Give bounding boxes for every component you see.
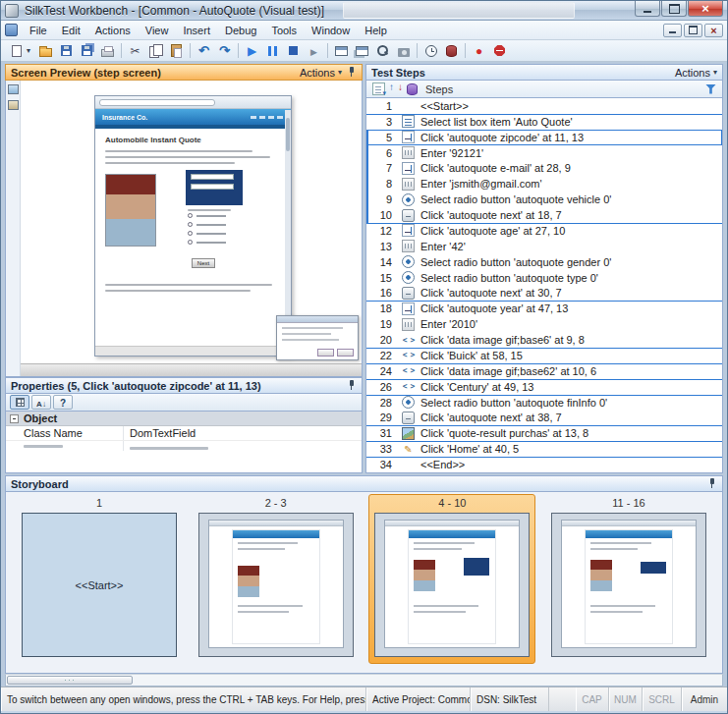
- menu-window[interactable]: Window: [305, 23, 357, 38]
- compare-icon[interactable]: [389, 82, 403, 95]
- test-step-row[interactable]: 28Select radio button 'autoquote finInfo…: [366, 395, 722, 411]
- paste-button[interactable]: [166, 41, 187, 61]
- storyboard-frame-4-10[interactable]: 4 - 10: [368, 494, 535, 664]
- storyboard-frame-11-16[interactable]: 11 - 16: [545, 494, 712, 664]
- screen-preview-body[interactable]: Insurance Co. Automobile Instant Quote: [5, 81, 363, 377]
- test-step-row[interactable]: 3Select list box item 'Auto Quote': [366, 114, 722, 130]
- step-order-icon[interactable]: [372, 82, 385, 95]
- test-step-row[interactable]: 33Click 'Home' at 40, 5: [366, 441, 722, 457]
- test-step-row[interactable]: 13Enter '42': [366, 239, 722, 254]
- mdi-close-button[interactable]: [704, 24, 723, 37]
- stop-button[interactable]: [283, 41, 304, 61]
- property-row[interactable]: Class Name DomTextField: [6, 426, 362, 441]
- storyboard-header[interactable]: Storyboard: [5, 475, 723, 492]
- menu-help[interactable]: Help: [358, 23, 394, 38]
- test-steps-actions-dropdown[interactable]: Actions: [675, 67, 717, 79]
- open-button[interactable]: [35, 41, 56, 61]
- document-icon[interactable]: [5, 24, 18, 36]
- menu-actions[interactable]: Actions: [88, 23, 138, 38]
- test-step-row[interactable]: 22Click 'Buick' at 58, 15: [366, 348, 722, 363]
- storyboard-frame-1[interactable]: 1 <<Start>>: [16, 494, 183, 664]
- monitor-icon[interactable]: [8, 84, 19, 94]
- test-step-row[interactable]: 6Enter '92121': [366, 145, 722, 161]
- save-all-button[interactable]: [77, 41, 97, 61]
- storyboard-frame-2-3[interactable]: 2 - 3: [193, 494, 360, 664]
- undo-button[interactable]: [194, 41, 214, 61]
- alphabetical-sort-button[interactable]: [31, 395, 51, 410]
- test-step-row[interactable]: 24Click 'data image gif;base62' at 10, 6: [366, 363, 722, 379]
- maximize-button[interactable]: [661, 1, 687, 17]
- cut-button[interactable]: [125, 41, 145, 61]
- record-button[interactable]: [469, 41, 489, 61]
- copy-button[interactable]: [145, 41, 166, 61]
- screen-preview-header[interactable]: Screen Preview (step screen) Actions: [5, 64, 363, 81]
- database-button[interactable]: [441, 41, 462, 61]
- mdi-restore-button[interactable]: [684, 24, 702, 37]
- active-project-indicator: Active Project: Common: [366, 687, 471, 711]
- menu-tools[interactable]: Tools: [264, 23, 304, 38]
- title-bar[interactable]: SilkTest Workbench - [Common - AutoQuote…: [1, 1, 727, 21]
- menu-edit[interactable]: Edit: [55, 23, 87, 38]
- property-help-button[interactable]: [53, 395, 73, 410]
- test-step-row[interactable]: 9Select radio button 'autoquote vehicle …: [366, 192, 722, 207]
- test-step-row[interactable]: 26Click 'Century' at 49, 13: [366, 379, 722, 395]
- test-steps-header[interactable]: Test Steps Actions: [365, 64, 723, 81]
- zoom-button[interactable]: [372, 41, 393, 61]
- test-step-row[interactable]: 20Click 'data image gif;base6' at 9, 8: [366, 332, 722, 348]
- capture-tag-icon[interactable]: [8, 100, 19, 110]
- scrollbar-thumb[interactable]: [7, 676, 133, 685]
- pin-icon[interactable]: [347, 380, 357, 391]
- save-button[interactable]: [56, 41, 77, 61]
- step-text: Enter '2010': [420, 318, 477, 330]
- menu-view[interactable]: View: [139, 23, 176, 38]
- pin-icon[interactable]: [347, 67, 357, 78]
- properties-header[interactable]: Properties (5, Click 'autoquote zipcode'…: [5, 377, 363, 394]
- test-steps-column-header[interactable]: Steps: [365, 81, 723, 98]
- test-step-row[interactable]: 8Enter 'jsmith@gmail.com': [366, 176, 722, 192]
- new-dropdown-caret[interactable]: [27, 41, 35, 61]
- window-capture-button[interactable]: [331, 41, 352, 61]
- test-step-row[interactable]: 12Click 'autoquote age' at 27, 10: [366, 223, 722, 239]
- redo-button[interactable]: [214, 41, 235, 61]
- playback-button[interactable]: [242, 41, 262, 61]
- pause-button[interactable]: [262, 41, 283, 61]
- test-step-row[interactable]: 34<<End>>: [366, 457, 722, 472]
- print-button[interactable]: [97, 41, 118, 61]
- timer-button[interactable]: [420, 41, 441, 61]
- menu-file[interactable]: File: [23, 23, 54, 38]
- test-step-row[interactable]: 7Click 'autoquote e-mail' at 28, 9: [366, 161, 722, 177]
- menu-insert[interactable]: Insert: [176, 23, 217, 38]
- test-step-row-selected[interactable]: 5Click 'autoquote zipcode' at 11, 13: [366, 130, 722, 145]
- test-step-row[interactable]: 16Click 'autoquote next' at 30, 7: [366, 286, 722, 302]
- storyboard-thumbnail-start[interactable]: <<Start>>: [22, 513, 177, 657]
- properties-group-row[interactable]: Object: [6, 412, 362, 426]
- collapse-icon[interactable]: [10, 414, 19, 423]
- windows-list-button[interactable]: [352, 41, 372, 61]
- menu-debug[interactable]: Debug: [218, 23, 263, 38]
- screen-preview-actions-dropdown[interactable]: Actions: [300, 67, 342, 79]
- test-step-row[interactable]: 18Click 'autoquote year' at 47, 13: [366, 301, 722, 316]
- filter-icon[interactable]: [705, 84, 716, 94]
- test-step-row[interactable]: 14Select radio button 'autoquote gender …: [366, 254, 722, 270]
- storyboard-scrollbar[interactable]: [5, 674, 723, 687]
- new-visual-test-button[interactable]: [6, 41, 27, 61]
- test-step-row[interactable]: 1<<Start>>: [366, 98, 722, 114]
- snapshot-button[interactable]: [393, 41, 414, 61]
- pin-icon[interactable]: [707, 478, 717, 489]
- test-step-row[interactable]: 31Click 'quote-result purchas' at 13, 8: [366, 425, 722, 441]
- mdi-minimize-button[interactable]: [663, 24, 682, 37]
- storyboard-thumbnail[interactable]: [551, 513, 706, 657]
- storyboard-thumbnail-selected[interactable]: [374, 513, 530, 657]
- stop-recording-button[interactable]: [489, 41, 510, 61]
- minimize-button[interactable]: [635, 1, 660, 17]
- test-step-row[interactable]: 10Click 'autoquote next' at 18, 7: [366, 207, 722, 223]
- step-text: Click 'autoquote e-mail' at 28, 9: [420, 162, 571, 174]
- categorized-button[interactable]: [10, 395, 29, 410]
- step-button[interactable]: [304, 41, 324, 61]
- storyboard-thumbnail[interactable]: [198, 513, 354, 657]
- close-button[interactable]: [688, 1, 723, 17]
- test-step-row[interactable]: 15Select radio button 'autoquote type 0': [366, 270, 722, 286]
- test-step-row[interactable]: 29Click 'autoquote next' at 38, 7: [366, 411, 722, 426]
- test-step-row[interactable]: 19Enter '2010': [366, 316, 722, 332]
- data-source-icon[interactable]: [407, 83, 418, 95]
